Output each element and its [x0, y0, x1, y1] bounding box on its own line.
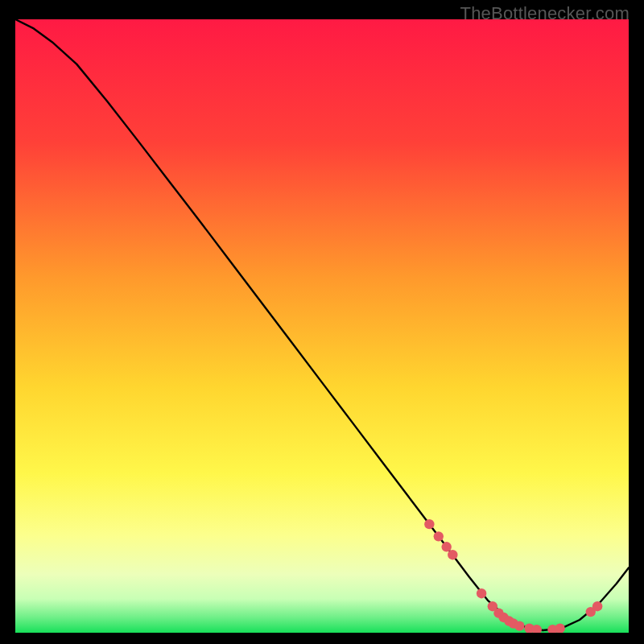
- highlight-dot: [424, 519, 434, 529]
- highlight-dot: [514, 621, 524, 630]
- highlight-dot: [448, 550, 457, 559]
- gradient-background: [15, 19, 629, 633]
- highlight-dot: [477, 588, 486, 598]
- bottleneck-plot: [15, 19, 629, 633]
- highlight-dot: [434, 531, 444, 541]
- highlight-dot: [441, 542, 451, 551]
- highlight-dot: [592, 601, 602, 611]
- chart-frame: TheBottlenecker.com: [0, 0, 644, 644]
- chart-svg: [15, 19, 629, 633]
